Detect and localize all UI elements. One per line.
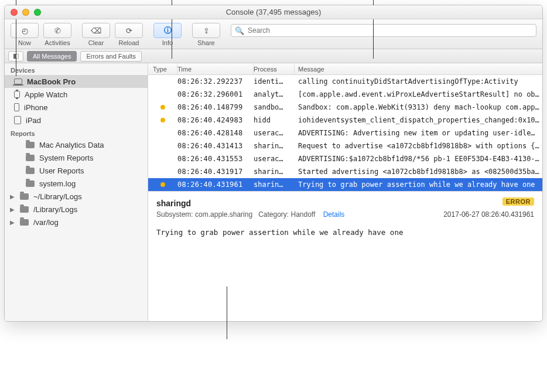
row-message: [com.apple.awd.event.wiProxLeAdvertiseSt… (295, 90, 542, 98)
search-field[interactable]: 🔍 (231, 24, 536, 37)
log-row[interactable]: 08:26:40.431413sharin…Request to adverti… (148, 139, 542, 152)
filter-errors-faults[interactable]: Errors and Faults (80, 51, 141, 62)
phone-icon (14, 103, 19, 111)
device-label: iPhone (24, 103, 47, 112)
log-row[interactable]: 08:26:40.431961sharin…Trying to grab pow… (148, 178, 542, 191)
detail-pane: ERROR 2017-06-27 08:26:40.431961 sharing… (148, 191, 542, 246)
console-window: Console (37,495 messages) ◴ Now ✆ Activi… (4, 5, 543, 322)
folder-icon (20, 193, 29, 200)
report-label: /var/log (33, 218, 59, 227)
row-process: userac… (254, 129, 295, 137)
fault-dot-icon (160, 118, 165, 122)
detail-body: Trying to grab power assertion while we … (156, 228, 534, 237)
col-type[interactable]: Type (148, 63, 177, 74)
row-message: Sandbox: com.apple.WebKit(9313) deny mac… (295, 103, 542, 111)
row-process: sharin… (254, 168, 295, 176)
log-row[interactable]: 08:26:40.431917sharin…Started advertisin… (148, 165, 542, 178)
clock-icon: ◴ (22, 26, 28, 35)
reload-label: Reload (119, 39, 139, 46)
tablet-icon (14, 116, 21, 124)
sidebar-report-lib[interactable]: ▶ /Library/Logs (5, 203, 148, 216)
folder-icon (20, 219, 29, 226)
details-link[interactable]: Details (323, 210, 345, 219)
info-button[interactable]: ⓘ Info (153, 23, 182, 46)
reload-icon: ⟳ (126, 26, 132, 35)
category-value: Handoff (291, 210, 316, 219)
sidebar-device-macbook[interactable]: MacBook Pro (5, 75, 148, 88)
sidebar-report-user[interactable]: User Reports (5, 164, 148, 177)
window-title: Console (37,495 messages) (5, 8, 542, 16)
report-label: /Library/Logs (33, 205, 77, 214)
sidebar-report-varlog[interactable]: ▶ /var/log (5, 216, 148, 229)
row-time: 08:26:40.424983 (177, 116, 254, 124)
report-label: User Reports (39, 166, 84, 175)
category-key: Category: (258, 210, 289, 219)
row-process: userac… (254, 155, 295, 163)
reports-header: Reports (5, 127, 148, 138)
now-label: Now (18, 39, 31, 46)
fault-dot-icon (160, 105, 165, 110)
activities-button[interactable]: ✆ Activities (43, 23, 71, 46)
folder-icon (26, 155, 35, 161)
sidebar: Devices MacBook Pro Apple Watch iPhone i… (5, 63, 148, 321)
disclosure-icon[interactable]: ▶ (9, 193, 15, 200)
row-message: calling continuityDidStartAdvertisingOfT… (295, 77, 542, 86)
share-icon: ⇪ (203, 26, 210, 35)
search-input[interactable] (248, 26, 532, 35)
watch-icon (14, 91, 20, 98)
share-button[interactable]: ⇪ Share (192, 23, 220, 46)
now-button[interactable]: ◴ Now (11, 23, 39, 46)
sidebar-report-system[interactable]: System Reports (5, 151, 148, 164)
log-columns: Type Time Process Message (148, 63, 542, 75)
row-time: 08:26:40.431553 (177, 155, 254, 163)
clear-icon: ⌫ (91, 26, 101, 35)
detail-timestamp: 2017-06-27 08:26:40.431961 (443, 210, 534, 219)
reload-button[interactable]: ⟳ Reload (115, 23, 143, 46)
sidebar-report-userlib[interactable]: ▶ ~/Library/Logs (5, 190, 148, 203)
row-time: 08:26:32.296001 (177, 90, 254, 98)
sidebar-report-mac-analytics[interactable]: Mac Analytics Data (5, 138, 148, 151)
row-message: ADVERTISING:$a1072cb8bf1d98/*56 pb-1 EE0… (295, 155, 542, 163)
col-process[interactable]: Process (254, 63, 295, 74)
filter-all-messages[interactable]: All Messages (27, 51, 77, 62)
sidebar-device-iphone[interactable]: iPhone (5, 101, 148, 114)
row-process: identi… (254, 77, 295, 86)
sidebar-device-ipad[interactable]: iPad (5, 114, 148, 127)
activities-label: Activities (45, 39, 70, 46)
report-label: System Reports (39, 154, 93, 162)
report-label: Mac Analytics Data (39, 141, 104, 149)
row-message: iohideventsystem_client_dispatch_propert… (295, 116, 542, 124)
col-message[interactable]: Message (295, 63, 542, 74)
log-row[interactable]: 08:26:40.431553userac…ADVERTISING:$a1072… (148, 152, 542, 165)
row-time: 08:26:40.431413 (177, 142, 254, 150)
col-time[interactable]: Time (177, 63, 254, 74)
disclosure-icon[interactable]: ▶ (9, 219, 15, 226)
row-process: analyt… (254, 90, 295, 98)
search-icon: 🔍 (235, 26, 244, 35)
log-row[interactable]: 08:26:32.292237identi…calling continuity… (148, 75, 542, 88)
row-time: 08:26:40.428148 (177, 129, 254, 137)
clear-button[interactable]: ⌫ Clear (82, 23, 110, 46)
row-process: hidd (254, 116, 295, 124)
subsystem-key: Subsystem: (156, 210, 193, 219)
sidebar-device-watch[interactable]: Apple Watch (5, 88, 148, 101)
disclosure-icon[interactable]: ▶ (9, 206, 15, 213)
folder-icon (20, 206, 29, 213)
row-process: sandbo… (254, 103, 295, 111)
log-row[interactable]: 08:26:40.148799sandbo…Sandbox: com.apple… (148, 101, 542, 114)
toolbar: ◴ Now ✆ Activities ⌫ Clear ⟳ Reload (5, 19, 542, 49)
row-process: sharin… (254, 180, 295, 189)
activities-icon: ✆ (54, 26, 61, 35)
log-row[interactable]: 08:26:32.296001analyt…[com.apple.awd.eve… (148, 88, 542, 101)
row-time: 08:26:40.431917 (177, 168, 254, 176)
row-message: Started advertising <a1072cb8bf1d9818b8>… (295, 168, 542, 176)
folder-icon (26, 180, 35, 187)
log-row[interactable]: 08:26:40.424983hiddiohideventsystem_clie… (148, 114, 542, 127)
log-panel: Type Time Process Message 08:26:32.29223… (148, 63, 542, 321)
row-time: 08:26:40.431961 (177, 180, 254, 189)
row-time: 08:26:32.292237 (177, 77, 254, 86)
log-row[interactable]: 08:26:40.428148userac…ADVERTISING: Adver… (148, 127, 542, 139)
row-message: Request to advertise <a1072cb8bf1d9818b8… (295, 142, 542, 150)
log-rows: 08:26:32.292237identi…calling continuity… (148, 75, 542, 191)
sidebar-report-systemlog[interactable]: system.log (5, 177, 148, 190)
